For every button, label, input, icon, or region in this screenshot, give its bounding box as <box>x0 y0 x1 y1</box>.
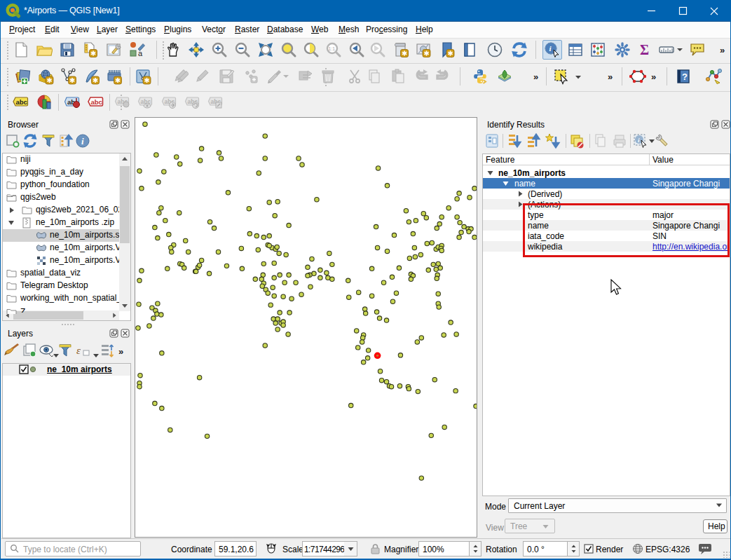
svg-text:1:1: 1:1 <box>329 46 336 51</box>
svg-text:?: ? <box>682 71 688 82</box>
svg-text:abc: abc <box>91 98 102 106</box>
svg-text:a: a <box>138 49 143 57</box>
svg-text:i: i <box>81 136 84 146</box>
svg-text:ε: ε <box>76 345 81 356</box>
svg-text:Σ: Σ <box>640 42 649 57</box>
svg-text:abc: abc <box>16 98 27 106</box>
